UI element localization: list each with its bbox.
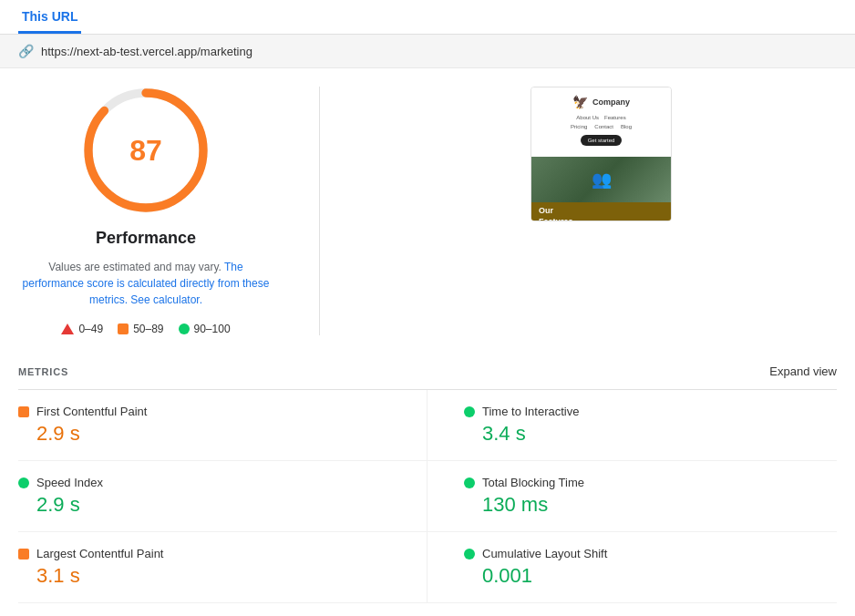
metric-lcp: Largest Contentful Paint 3.1 s	[18, 532, 428, 603]
metric-fcp-name: First Contentful Paint	[36, 405, 147, 418]
url-text: https://next-ab-test.vercel.app/marketin…	[41, 45, 252, 58]
metric-cls-name: Cumulative Layout Shift	[482, 547, 607, 560]
metrics-grid: First Contentful Paint 2.9 s Time to Int…	[18, 390, 837, 603]
score-description: Values are estimated and may vary. The p…	[18, 259, 273, 308]
red-indicator	[61, 323, 74, 334]
preview-nav-contact: Contact	[594, 124, 613, 129]
preview-company-name: Company	[592, 98, 630, 107]
legend-item-red: 0–49	[61, 323, 103, 335]
performance-label: Performance	[96, 229, 196, 248]
legend-range-red: 0–49	[78, 323, 103, 335]
preview-nav-features: Features	[604, 115, 626, 120]
calculator-link[interactable]: See calculator.	[130, 293, 202, 306]
score-legend: 0–49 50–89 90–100	[61, 323, 230, 335]
url-bar: 🔗 https://next-ab-test.vercel.app/market…	[0, 35, 855, 68]
section-divider	[319, 87, 320, 335]
preview-section: 🦅 Company About Us Features Pricing Cont…	[366, 87, 837, 221]
metric-si: Speed Index 2.9 s	[18, 461, 428, 532]
metric-si-name: Speed Index	[36, 476, 103, 489]
performance-score: 87	[129, 134, 162, 168]
metric-si-indicator	[18, 477, 29, 488]
main-content: 87 Performance Values are estimated and …	[0, 68, 855, 354]
metric-fcp-value: 2.9 s	[18, 422, 390, 446]
legend-item-orange: 50–89	[118, 323, 163, 335]
metric-fcp: First Contentful Paint 2.9 s	[18, 390, 428, 461]
metric-cls-value: 0.001	[464, 564, 837, 588]
legend-range-green: 90–100	[194, 323, 231, 335]
preview-nav-about: About Us	[576, 115, 599, 120]
metric-tti-indicator	[464, 406, 475, 417]
score-description-text: Values are estimated and may vary.	[48, 261, 224, 273]
metric-lcp-name: Largest Contentful Paint	[36, 547, 163, 560]
green-indicator	[179, 323, 190, 334]
preview-photo: 👥	[531, 157, 671, 202]
legend-range-orange: 50–89	[133, 323, 163, 335]
metric-cls-indicator	[464, 549, 475, 560]
metrics-title: METRICS	[18, 366, 68, 377]
preview-nav-pricing: Pricing	[571, 124, 587, 129]
metric-fcp-indicator	[18, 406, 29, 417]
orange-indicator	[118, 323, 129, 334]
metric-si-header: Speed Index	[18, 476, 390, 489]
legend-item-green: 90–100	[179, 323, 231, 335]
performance-gauge: 87	[82, 87, 210, 214]
metric-cls-header: Cumulative Layout Shift	[464, 547, 837, 560]
metric-tbt-indicator	[464, 477, 475, 488]
score-section: 87 Performance Values are estimated and …	[18, 87, 273, 335]
expand-view-button[interactable]: Expand view	[769, 364, 837, 378]
metrics-section: METRICS Expand view First Contentful Pai…	[0, 354, 855, 616]
tab-this-url[interactable]: This URL	[18, 0, 81, 34]
metric-tti-value: 3.4 s	[464, 422, 837, 446]
metrics-header: METRICS Expand view	[18, 354, 837, 390]
metric-tti-name: Time to Interactive	[482, 405, 579, 418]
tab-bar: This URL	[0, 0, 855, 35]
metric-si-value: 2.9 s	[18, 493, 390, 517]
metric-cls: Cumulative Layout Shift 0.001	[428, 532, 837, 603]
metric-tti: Time to Interactive 3.4 s	[428, 390, 837, 461]
metric-fcp-header: First Contentful Paint	[18, 405, 390, 418]
preview-overlay: OurFeatures	[531, 202, 671, 221]
preview-logo-icon: 🦅	[572, 95, 588, 109]
preview-nav-links-row1: About Us Features	[541, 115, 662, 120]
metric-lcp-indicator	[18, 549, 29, 560]
preview-cta-button: Get started	[581, 135, 623, 146]
metric-lcp-value: 3.1 s	[18, 564, 390, 588]
metric-tti-header: Time to Interactive	[464, 405, 837, 418]
metric-tbt: Total Blocking Time 130 ms	[428, 461, 837, 532]
preview-navigation: 🦅 Company About Us Features Pricing Cont…	[531, 87, 671, 157]
link-icon: 🔗	[18, 44, 34, 58]
preview-overlay-text: OurFeatures	[539, 206, 664, 221]
metric-tbt-name: Total Blocking Time	[482, 476, 584, 489]
metric-tbt-header: Total Blocking Time	[464, 476, 837, 489]
website-preview: 🦅 Company About Us Features Pricing Cont…	[531, 87, 672, 221]
preview-nav-links-row2: Pricing Contact Blog	[541, 124, 662, 129]
preview-hero-image: 👥 OurFeatures	[531, 157, 671, 221]
preview-nav-blog: Blog	[621, 124, 632, 129]
metric-tbt-value: 130 ms	[464, 493, 837, 517]
preview-logo-row: 🦅 Company	[541, 95, 662, 109]
metric-lcp-header: Largest Contentful Paint	[18, 547, 390, 560]
